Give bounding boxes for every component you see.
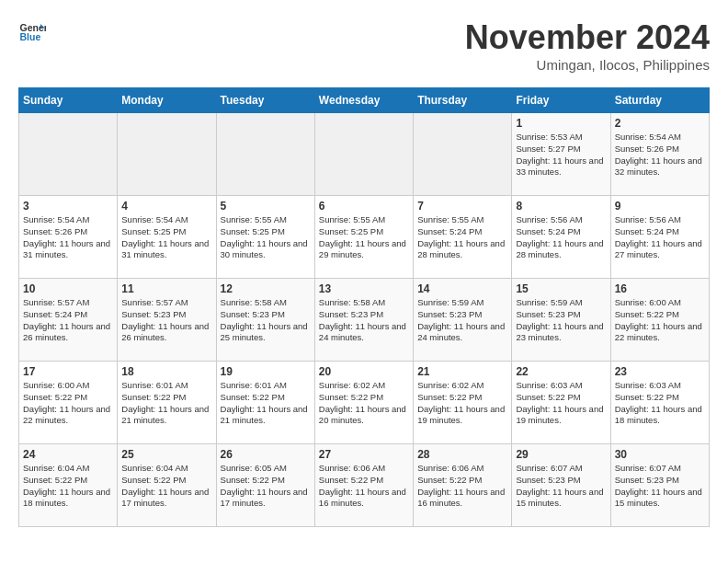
- cell-content: Sunrise: 6:04 AMSunset: 5:22 PMDaylight:…: [121, 463, 209, 508]
- calendar-cell: 23Sunrise: 6:03 AMSunset: 5:22 PMDayligh…: [610, 362, 709, 444]
- calendar-cell: 28Sunrise: 6:06 AMSunset: 5:22 PMDayligh…: [414, 444, 512, 527]
- calendar-cell: 15Sunrise: 5:59 AMSunset: 5:23 PMDayligh…: [512, 279, 610, 362]
- day-number: 26: [221, 448, 311, 461]
- calendar-cell: 17Sunrise: 6:00 AMSunset: 5:22 PMDayligh…: [19, 362, 118, 444]
- calendar-cell: 14Sunrise: 5:59 AMSunset: 5:23 PMDayligh…: [414, 279, 512, 362]
- cell-content: Sunrise: 5:53 AMSunset: 5:27 PMDaylight:…: [516, 132, 603, 177]
- calendar-cell: [118, 113, 216, 196]
- calendar-cell: 9Sunrise: 5:56 AMSunset: 5:24 PMDaylight…: [610, 196, 709, 279]
- weekday-header: Friday: [512, 88, 610, 113]
- cell-content: Sunrise: 6:00 AMSunset: 5:22 PMDaylight:…: [23, 380, 110, 425]
- cell-content: Sunrise: 6:06 AMSunset: 5:22 PMDaylight:…: [417, 463, 505, 508]
- day-number: 14: [417, 282, 507, 295]
- calendar-cell: [414, 113, 512, 196]
- calendar-cell: 7Sunrise: 5:55 AMSunset: 5:24 PMDaylight…: [414, 196, 512, 279]
- calendar-cell: 18Sunrise: 6:01 AMSunset: 5:22 PMDayligh…: [118, 362, 216, 444]
- cell-content: Sunrise: 5:56 AMSunset: 5:24 PMDaylight:…: [516, 214, 603, 259]
- day-number: 21: [417, 365, 507, 378]
- day-number: 18: [121, 365, 211, 378]
- calendar-cell: [314, 113, 413, 196]
- day-number: 22: [516, 365, 606, 378]
- day-number: 5: [221, 200, 311, 213]
- cell-content: Sunrise: 6:07 AMSunset: 5:23 PMDaylight:…: [516, 463, 603, 508]
- cell-content: Sunrise: 5:58 AMSunset: 5:23 PMDaylight:…: [221, 297, 308, 342]
- day-number: 24: [23, 448, 113, 461]
- day-number: 11: [121, 282, 211, 295]
- calendar-week-row: 1Sunrise: 5:53 AMSunset: 5:27 PMDaylight…: [19, 113, 710, 196]
- calendar-cell: 29Sunrise: 6:07 AMSunset: 5:23 PMDayligh…: [512, 444, 610, 527]
- cell-content: Sunrise: 6:01 AMSunset: 5:22 PMDaylight:…: [221, 380, 308, 425]
- cell-content: Sunrise: 6:05 AMSunset: 5:22 PMDaylight:…: [221, 463, 308, 508]
- calendar-cell: 25Sunrise: 6:04 AMSunset: 5:22 PMDayligh…: [118, 444, 216, 527]
- calendar-cell: 20Sunrise: 6:02 AMSunset: 5:22 PMDayligh…: [314, 362, 413, 444]
- day-number: 13: [319, 282, 409, 295]
- day-number: 9: [615, 200, 705, 213]
- calendar-cell: 24Sunrise: 6:04 AMSunset: 5:22 PMDayligh…: [19, 444, 118, 527]
- day-number: 3: [23, 200, 113, 213]
- cell-content: Sunrise: 6:00 AMSunset: 5:22 PMDaylight:…: [615, 297, 702, 342]
- calendar-cell: 8Sunrise: 5:56 AMSunset: 5:24 PMDaylight…: [512, 196, 610, 279]
- calendar-cell: 30Sunrise: 6:07 AMSunset: 5:23 PMDayligh…: [610, 444, 709, 527]
- day-number: 8: [516, 200, 606, 213]
- calendar-cell: 11Sunrise: 5:57 AMSunset: 5:23 PMDayligh…: [118, 279, 216, 362]
- month-year-title: November 2024: [465, 18, 710, 57]
- day-number: 7: [417, 200, 507, 213]
- cell-content: Sunrise: 6:04 AMSunset: 5:22 PMDaylight:…: [23, 463, 110, 508]
- weekday-header: Sunday: [19, 88, 118, 113]
- cell-content: Sunrise: 5:55 AMSunset: 5:24 PMDaylight:…: [417, 214, 505, 259]
- cell-content: Sunrise: 5:54 AMSunset: 5:25 PMDaylight:…: [121, 214, 209, 259]
- day-number: 25: [121, 448, 211, 461]
- calendar-cell: [216, 113, 314, 196]
- calendar-cell: 22Sunrise: 6:03 AMSunset: 5:22 PMDayligh…: [512, 362, 610, 444]
- calendar-table: SundayMondayTuesdayWednesdayThursdayFrid…: [18, 87, 710, 527]
- calendar-cell: 13Sunrise: 5:58 AMSunset: 5:23 PMDayligh…: [314, 279, 413, 362]
- day-number: 19: [221, 365, 311, 378]
- day-number: 16: [615, 282, 705, 295]
- cell-content: Sunrise: 5:58 AMSunset: 5:23 PMDaylight:…: [319, 297, 406, 342]
- day-number: 4: [121, 200, 211, 213]
- calendar-cell: 27Sunrise: 6:06 AMSunset: 5:22 PMDayligh…: [314, 444, 413, 527]
- day-number: 27: [319, 448, 409, 461]
- cell-content: Sunrise: 5:57 AMSunset: 5:23 PMDaylight:…: [121, 297, 209, 342]
- calendar-week-row: 24Sunrise: 6:04 AMSunset: 5:22 PMDayligh…: [19, 444, 710, 527]
- calendar-cell: 1Sunrise: 5:53 AMSunset: 5:27 PMDaylight…: [512, 113, 610, 196]
- cell-content: Sunrise: 6:07 AMSunset: 5:23 PMDaylight:…: [615, 463, 702, 508]
- location-subtitle: Umingan, Ilocos, Philippines: [465, 57, 710, 73]
- day-number: 17: [23, 365, 113, 378]
- day-number: 2: [615, 117, 705, 130]
- weekday-header: Thursday: [414, 88, 512, 113]
- cell-content: Sunrise: 5:59 AMSunset: 5:23 PMDaylight:…: [417, 297, 505, 342]
- cell-content: Sunrise: 6:02 AMSunset: 5:22 PMDaylight:…: [319, 380, 406, 425]
- calendar-cell: 21Sunrise: 6:02 AMSunset: 5:22 PMDayligh…: [414, 362, 512, 444]
- cell-content: Sunrise: 6:03 AMSunset: 5:22 PMDaylight:…: [615, 380, 702, 425]
- cell-content: Sunrise: 5:57 AMSunset: 5:24 PMDaylight:…: [23, 297, 110, 342]
- weekday-header: Monday: [118, 88, 216, 113]
- day-number: 28: [417, 448, 507, 461]
- calendar-header-row: SundayMondayTuesdayWednesdayThursdayFrid…: [19, 88, 710, 113]
- cell-content: Sunrise: 6:06 AMSunset: 5:22 PMDaylight:…: [319, 463, 406, 508]
- cell-content: Sunrise: 6:03 AMSunset: 5:22 PMDaylight:…: [516, 380, 603, 425]
- day-number: 10: [23, 282, 113, 295]
- day-number: 15: [516, 282, 606, 295]
- calendar-week-row: 3Sunrise: 5:54 AMSunset: 5:26 PMDaylight…: [19, 196, 710, 279]
- weekday-header: Saturday: [610, 88, 709, 113]
- svg-text:Blue: Blue: [20, 31, 41, 42]
- calendar-cell: 3Sunrise: 5:54 AMSunset: 5:26 PMDaylight…: [19, 196, 118, 279]
- calendar-cell: [19, 113, 118, 196]
- day-number: 29: [516, 448, 606, 461]
- calendar-cell: 10Sunrise: 5:57 AMSunset: 5:24 PMDayligh…: [19, 279, 118, 362]
- day-number: 6: [319, 200, 409, 213]
- cell-content: Sunrise: 5:55 AMSunset: 5:25 PMDaylight:…: [221, 214, 308, 259]
- cell-content: Sunrise: 5:59 AMSunset: 5:23 PMDaylight:…: [516, 297, 603, 342]
- weekday-header: Wednesday: [314, 88, 413, 113]
- calendar-cell: 12Sunrise: 5:58 AMSunset: 5:23 PMDayligh…: [216, 279, 314, 362]
- cell-content: Sunrise: 5:55 AMSunset: 5:25 PMDaylight:…: [319, 214, 406, 259]
- calendar-cell: 16Sunrise: 6:00 AMSunset: 5:22 PMDayligh…: [610, 279, 709, 362]
- day-number: 23: [615, 365, 705, 378]
- calendar-cell: 5Sunrise: 5:55 AMSunset: 5:25 PMDaylight…: [216, 196, 314, 279]
- day-number: 12: [221, 282, 311, 295]
- weekday-header: Tuesday: [216, 88, 314, 113]
- logo-icon: General Blue: [18, 18, 46, 46]
- title-block: November 2024 Umingan, Ilocos, Philippin…: [465, 18, 710, 73]
- calendar-cell: 4Sunrise: 5:54 AMSunset: 5:25 PMDaylight…: [118, 196, 216, 279]
